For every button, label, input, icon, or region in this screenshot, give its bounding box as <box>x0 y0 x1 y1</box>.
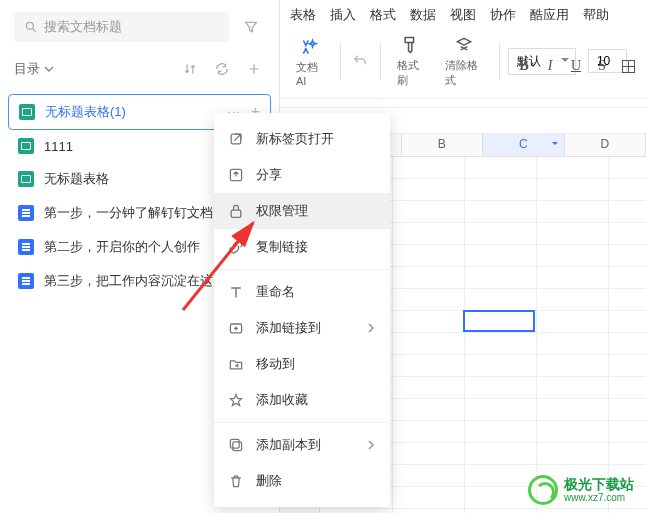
search-placeholder: 搜索文档标题 <box>44 18 122 36</box>
plus-icon <box>247 62 261 76</box>
chevron-down-icon <box>44 64 54 74</box>
formatbrush-icon <box>399 34 423 56</box>
ctx-share[interactable]: 分享 <box>214 157 390 193</box>
border-button[interactable] <box>618 56 638 76</box>
trash-icon <box>228 473 244 489</box>
chevron-down-icon <box>552 142 558 148</box>
file-name: 无标题表格(1) <box>45 103 217 121</box>
menu-item[interactable]: 格式 <box>370 6 396 24</box>
sheet-icon <box>18 138 34 154</box>
filter-button[interactable] <box>237 13 265 41</box>
external-icon <box>228 131 244 147</box>
selected-cell[interactable] <box>463 310 535 332</box>
ctx-label: 重命名 <box>256 283 376 301</box>
filter-icon <box>243 19 259 35</box>
row-header[interactable]: 17 <box>280 509 320 513</box>
doc-icon <box>18 205 34 221</box>
format-row <box>280 99 646 108</box>
ctx-label: 复制链接 <box>256 238 376 256</box>
ctx-label: 删除 <box>256 472 376 490</box>
ctx-copy-link[interactable]: 复制链接 <box>214 229 390 265</box>
menu-item[interactable]: 协作 <box>490 6 516 24</box>
tool-undo[interactable] <box>348 53 372 69</box>
watermark-title: 极光下载站 <box>564 477 634 492</box>
svg-rect-7 <box>230 439 239 448</box>
column-header[interactable]: C <box>483 134 565 156</box>
doc-icon <box>18 239 34 255</box>
ctx-rename[interactable]: 重命名 <box>214 274 390 310</box>
watermark-url: www.xz7.com <box>564 492 634 503</box>
ctx-delete[interactable]: 删除 <box>214 463 390 499</box>
menu-item[interactable]: 表格 <box>290 6 316 24</box>
watermark: 极光下载站 www.xz7.com <box>528 475 634 505</box>
menubar: 表格插入格式数据视图协作酷应用帮助 <box>280 0 646 30</box>
context-menu: 新标签页打开分享权限管理复制链接重命名添加链接到移动到添加收藏添加副本到删除 <box>214 113 390 507</box>
underline-button[interactable]: U <box>566 56 586 76</box>
ctx-add-link-to[interactable]: 添加链接到 <box>214 310 390 346</box>
ctx-add-copy-to[interactable]: 添加副本到 <box>214 427 390 463</box>
tool-clearformat[interactable]: 清除格式 <box>437 34 490 88</box>
menu-item[interactable]: 数据 <box>410 6 436 24</box>
sort-button[interactable] <box>179 58 201 80</box>
ctx-label: 添加链接到 <box>256 319 354 337</box>
bold-button[interactable]: B <box>514 56 534 76</box>
tool-ai[interactable]: 文档AI <box>288 36 332 87</box>
lock-icon <box>228 203 244 219</box>
clearformat-icon <box>452 34 476 56</box>
add-link-icon <box>228 320 244 336</box>
menu-item[interactable]: 插入 <box>330 6 356 24</box>
ctx-label: 分享 <box>256 166 376 184</box>
column-header[interactable]: B <box>402 134 484 156</box>
watermark-logo-icon <box>528 475 558 505</box>
undo-icon <box>352 53 368 69</box>
ctx-permissions[interactable]: 权限管理 <box>214 193 390 229</box>
star-icon <box>228 392 244 408</box>
sheet-icon <box>19 104 35 120</box>
text-icon <box>228 284 244 300</box>
sheet-icon <box>18 171 34 187</box>
ctx-label: 权限管理 <box>256 202 376 220</box>
add-button[interactable] <box>243 58 265 80</box>
svg-line-1 <box>33 29 36 32</box>
chevron-right-icon <box>366 321 376 336</box>
svg-rect-4 <box>231 210 241 217</box>
refresh-icon <box>215 62 229 76</box>
copy-icon <box>228 437 244 453</box>
column-header[interactable]: D <box>565 134 647 156</box>
chevron-right-icon <box>366 438 376 453</box>
search-icon <box>24 20 38 34</box>
svg-point-0 <box>26 22 33 29</box>
ctx-label: 添加副本到 <box>256 436 354 454</box>
italic-button[interactable]: I <box>540 56 560 76</box>
doc-icon <box>18 273 34 289</box>
svg-rect-6 <box>233 442 242 451</box>
ctx-add-favorite[interactable]: 添加收藏 <box>214 382 390 418</box>
ctx-move-to[interactable]: 移动到 <box>214 346 390 382</box>
ctx-open-new-tab[interactable]: 新标签页打开 <box>214 121 390 157</box>
link-icon <box>228 239 244 255</box>
ai-icon <box>298 36 322 58</box>
ctx-label: 添加收藏 <box>256 391 376 409</box>
strike-button[interactable]: S <box>592 56 612 76</box>
folder-move-icon <box>228 356 244 372</box>
refresh-button[interactable] <box>211 58 233 80</box>
share-icon <box>228 167 244 183</box>
ctx-label: 移动到 <box>256 355 376 373</box>
ctx-label: 新标签页打开 <box>256 130 376 148</box>
directory-label[interactable]: 目录 <box>14 60 54 78</box>
search-input[interactable]: 搜索文档标题 <box>14 12 229 42</box>
menu-item[interactable]: 酷应用 <box>530 6 569 24</box>
menu-item[interactable]: 视图 <box>450 6 476 24</box>
tool-formatbrush[interactable]: 格式刷 <box>389 34 433 88</box>
menu-item[interactable]: 帮助 <box>583 6 609 24</box>
sort-icon <box>183 62 197 76</box>
